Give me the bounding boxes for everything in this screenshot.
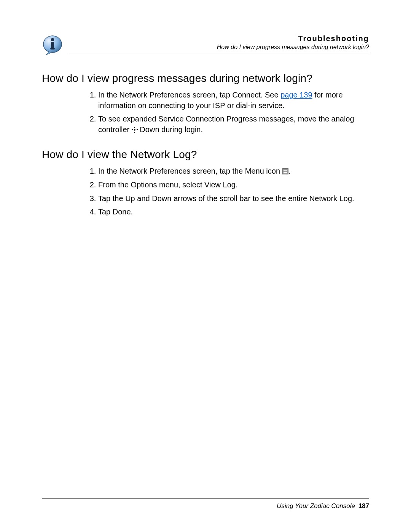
list-item: From the Options menu, select View Log. — [98, 180, 369, 190]
step-text: In the Network Preferences screen, tap C… — [98, 91, 280, 99]
page-content: Troubleshooting How do I view progress m… — [0, 0, 411, 532]
page-link[interactable]: page 139 — [280, 91, 312, 99]
section-heading-2: How do I view the Network Log? — [42, 149, 369, 161]
step-text: In the Network Preferences screen, tap t… — [98, 167, 282, 175]
running-head: How do I view progress messages during n… — [69, 44, 369, 51]
list-item: Tap Done. — [98, 207, 369, 217]
section-heading-1: How do I view progress messages during n… — [42, 72, 369, 85]
list-item: To see expanded Service Connection Progr… — [98, 114, 369, 135]
list-item: Tap the Up and Down arrows of the scroll… — [98, 193, 369, 204]
step-text: . — [288, 167, 291, 175]
step-text: Down during login. — [138, 125, 203, 134]
list-item: In the Network Preferences screen, tap C… — [98, 90, 369, 111]
list-item: In the Network Preferences screen, tap t… — [98, 166, 369, 177]
header-text: Troubleshooting How do I view progress m… — [69, 34, 369, 53]
svg-rect-2 — [51, 42, 54, 49]
info-icon — [42, 34, 69, 57]
svg-rect-3 — [50, 48, 55, 50]
steps-list-1: In the Network Preferences screen, tap C… — [88, 90, 369, 135]
page-footer: Using Your Zodiac Console 187 — [42, 498, 369, 510]
analog-controller-icon — [132, 127, 138, 133]
steps-list-2: In the Network Preferences screen, tap t… — [88, 166, 369, 217]
footer-page-number: 187 — [358, 502, 369, 510]
menu-icon — [282, 168, 288, 174]
footer-book-title: Using Your Zodiac Console — [277, 502, 355, 510]
chapter-title: Troubleshooting — [69, 34, 369, 43]
page-header: Troubleshooting How do I view progress m… — [42, 34, 369, 57]
svg-point-1 — [51, 38, 54, 41]
